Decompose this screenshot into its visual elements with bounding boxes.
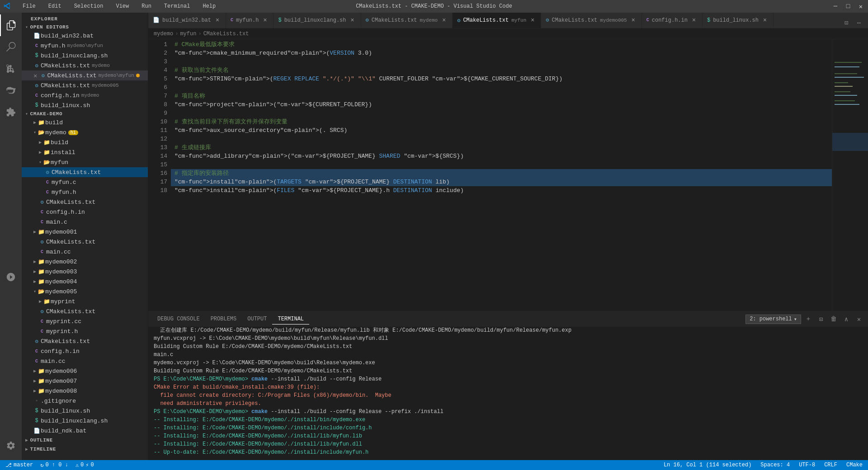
terminal-tab-problems[interactable]: PROBLEMS: [205, 314, 242, 324]
cmake-demo-section[interactable]: ▾ CMAKE-DEMO: [22, 110, 148, 118]
more-actions-button[interactable]: ⋯: [854, 17, 864, 28]
open-editor-linuxclang[interactable]: $ build_linuxclang.sh: [22, 51, 148, 61]
file-config-h-in[interactable]: C config.h.in: [22, 207, 148, 217]
terminal-add-button[interactable]: +: [803, 314, 814, 324]
activity-remote[interactable]: [0, 266, 22, 288]
tab-close-icon[interactable]: ×: [690, 17, 698, 24]
code-editor[interactable]: 123456789101112131415161718 # CMake最低版本要…: [148, 39, 868, 311]
folder-myfun[interactable]: ▾ 📂 myfun: [22, 157, 148, 167]
timeline-section[interactable]: ▶ TIMELINE: [22, 445, 148, 454]
folder-mydemo003[interactable]: ▶ 📁 mydemo003: [22, 267, 148, 277]
folder-install[interactable]: ▶ 📁 install: [22, 147, 148, 157]
folder-mydemo001[interactable]: ▶ 📁 mydemo001: [22, 227, 148, 237]
folder-mydemo008[interactable]: ▶ 📁 mydemo008: [22, 386, 148, 396]
file-myfun-h[interactable]: C myfun.h: [22, 187, 148, 197]
minimize-button[interactable]: ─: [832, 3, 839, 10]
folder-build[interactable]: ▶ 📁 build: [22, 118, 148, 127]
tab-myfun-h[interactable]: C myfun.h ×: [226, 13, 274, 28]
terminal-maximize-button[interactable]: ∧: [841, 314, 852, 324]
terminal-content[interactable]: Checking Build SystemBuilding Custom Rul…: [148, 327, 868, 460]
file-cmake-root[interactable]: ⚙ CMakeLists.txt: [22, 336, 148, 346]
folder-mydemo[interactable]: ▾ 📂 mydemo hi: [22, 127, 148, 137]
file-cmakelists-mydemo[interactable]: ⚙ CMakeLists.txt: [22, 197, 148, 207]
tab-close-icon[interactable]: ×: [630, 17, 637, 24]
menu-terminal[interactable]: Terminal: [161, 2, 193, 10]
encoding-status[interactable]: UTF-8: [797, 462, 817, 468]
file-main-c[interactable]: C main.c: [22, 217, 148, 227]
folder-mydemo007[interactable]: ▶ 📁 mydemo007: [22, 376, 148, 386]
activity-scm[interactable]: [0, 58, 22, 80]
open-editors-section[interactable]: ▾ OPEN EDITORS: [22, 24, 148, 31]
menu-help[interactable]: Help: [200, 2, 218, 10]
tab-close-icon[interactable]: ×: [261, 17, 269, 24]
tab-close-icon[interactable]: ×: [440, 17, 448, 24]
file-myprint-cc[interactable]: C myprint.cc: [22, 316, 148, 326]
tab-close-icon[interactable]: ×: [761, 17, 769, 24]
open-editor-cmake-mydemo005[interactable]: ⚙ CMakeLists.txt mydemo005: [22, 80, 148, 90]
activity-settings[interactable]: [0, 435, 22, 456]
terminal-split-button[interactable]: ⊡: [816, 314, 826, 324]
language-status[interactable]: CMake: [844, 462, 864, 468]
folder-mydemo005[interactable]: ▾ 📂 mydemo005: [22, 287, 148, 296]
tab-cmake-mydemo005[interactable]: ⚙ CMakeLists.txt mydemo005 ×: [541, 13, 642, 28]
open-editor-config-h[interactable]: C config.h.in mydemo: [22, 90, 148, 100]
terminal-kill-button[interactable]: 🗑: [828, 314, 839, 324]
folder-mydemo006[interactable]: ▶ 📁 mydemo006: [22, 366, 148, 376]
tab-close-icon[interactable]: ×: [214, 17, 221, 24]
cursor-position-status[interactable]: Ln 16, Col 1 (114 selected): [662, 462, 753, 468]
terminal-dropdown[interactable]: 2: powershell ▾: [745, 315, 801, 324]
terminal-tab-terminal[interactable]: TERMINAL: [272, 314, 309, 324]
open-editor-myfun-h[interactable]: C myfun.h mydemo\myfun: [22, 41, 148, 51]
file-build-linuxclang-sh[interactable]: $ build_linuxclang.sh: [22, 416, 148, 426]
terminal-tab-output[interactable]: OUTPUT: [242, 314, 272, 324]
spaces-status[interactable]: Spaces: 4: [759, 462, 792, 468]
tab-cmake-myfun[interactable]: ⚙ CMakeLists.txt myfun ×: [453, 13, 541, 28]
close-icon[interactable]: ✕: [33, 72, 37, 80]
close-button[interactable]: ✕: [857, 3, 864, 10]
file-gitignore[interactable]: ◦ .gitignore: [22, 396, 148, 406]
activity-explorer[interactable]: [0, 14, 22, 36]
sync-status[interactable]: ↻ 0 ↑ 0 ↓: [38, 462, 70, 469]
terminal-tab-debug[interactable]: DEBUG CONSOLE: [152, 314, 205, 324]
errors-status[interactable]: ⚠ 0 ⚡ 0: [74, 462, 96, 469]
file-cmakelists-myfun[interactable]: ⚙ CMakeLists.txt: [22, 167, 148, 177]
tab-build-linux[interactable]: $ build_linux.sh ×: [703, 13, 774, 28]
file-main-cc-root[interactable]: C main.cc: [22, 356, 148, 366]
open-editor-build-win32[interactable]: 📄 build_win32.bat: [22, 31, 148, 41]
tab-cmake-mydemo[interactable]: ⚙ CMakeLists.txt mydemo ×: [361, 13, 453, 28]
file-main-cc[interactable]: C main.cc: [22, 247, 148, 257]
tab-build-win32[interactable]: 📄 build_win32.bat ×: [148, 13, 226, 28]
terminal-close-button[interactable]: ✕: [854, 314, 864, 324]
file-myprint-h[interactable]: C myprint.h: [22, 326, 148, 336]
folder-myprint[interactable]: ▶ 📁 myprint: [22, 296, 148, 306]
split-editor-button[interactable]: ⊡: [841, 17, 852, 28]
breadcrumb-myfun[interactable]: myfun: [180, 31, 196, 37]
file-cmake-mydemo005[interactable]: ⚙ CMakeLists.txt: [22, 306, 148, 316]
file-config-h-in-root[interactable]: C config.h.in: [22, 346, 148, 356]
branch-status[interactable]: ⎇ master: [4, 462, 35, 469]
line-ending-status[interactable]: CRLF: [822, 462, 839, 468]
file-build-linux-sh[interactable]: $ build_linux.sh: [22, 406, 148, 416]
menu-selection[interactable]: Selection: [71, 2, 106, 10]
code-content[interactable]: # CMake最低版本要求"cm-func">cmake_minimum_req…: [171, 39, 832, 311]
maximize-button[interactable]: □: [844, 3, 852, 10]
file-cmake-demo001[interactable]: ⚙ CMakeLists.txt: [22, 237, 148, 247]
menu-view[interactable]: View: [113, 2, 132, 10]
activity-search[interactable]: [0, 36, 22, 58]
tab-close-icon[interactable]: ×: [349, 17, 356, 24]
tab-config-h-in[interactable]: C config.h.in ×: [642, 13, 703, 28]
file-myfun-c[interactable]: C myfun.c: [22, 177, 148, 187]
breadcrumb-file[interactable]: CMakeLists.txt: [203, 31, 249, 37]
menu-edit[interactable]: Edit: [46, 2, 64, 10]
tab-linuxclang[interactable]: $ build_linuxclang.sh ×: [274, 13, 361, 28]
folder-mydemo002[interactable]: ▶ 📁 mydemo002: [22, 257, 148, 267]
breadcrumb-mydemo[interactable]: mydemo: [154, 31, 173, 37]
activity-extensions[interactable]: [0, 101, 22, 123]
tab-close-icon[interactable]: ×: [529, 17, 536, 24]
folder-build2[interactable]: ▶ 📁 build: [22, 137, 148, 147]
menu-run[interactable]: Run: [139, 2, 154, 10]
open-editor-cmake-myfun[interactable]: ✕ ⚙ CMakeLists.txt mydemo\myfun: [22, 70, 148, 80]
activity-debug[interactable]: [0, 80, 22, 101]
open-editor-cmake-mydemo[interactable]: ⚙ CMakeLists.txt mydemo: [22, 61, 148, 70]
file-build-ndk-bat[interactable]: 📄 build_ndk.bat: [22, 426, 148, 436]
